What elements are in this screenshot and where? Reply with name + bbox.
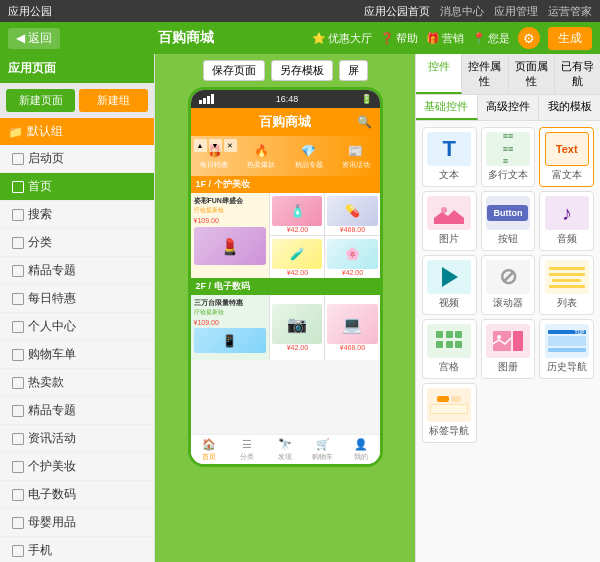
- comp-image[interactable]: 图片: [422, 191, 477, 251]
- generate-button[interactable]: 生成: [548, 27, 592, 50]
- sidebar-item-featured[interactable]: 精品专题: [0, 257, 154, 285]
- page-icon: [12, 489, 24, 501]
- nav-action-user[interactable]: 📍 您是: [472, 31, 510, 46]
- page-icon: [12, 517, 24, 529]
- nav-action-hall[interactable]: ⭐ 优惠大厅: [312, 31, 372, 46]
- save-template-button[interactable]: 另存模板: [271, 60, 333, 81]
- sidebar-item-category[interactable]: 分类: [0, 229, 154, 257]
- comp-tab-basic[interactable]: 基础控件: [416, 95, 478, 120]
- section2-product-2[interactable]: 💻 ¥468.00: [325, 295, 379, 360]
- sidebar-item-beauty[interactable]: 个护美妆: [0, 453, 154, 481]
- new-page-button[interactable]: 新建页面: [6, 89, 75, 112]
- sidebar-item-launch[interactable]: 启动页: [0, 145, 154, 173]
- tab-nav[interactable]: 已有导航: [555, 54, 600, 94]
- page-icon: [12, 349, 24, 361]
- sidebar-item-home[interactable]: 首页: [0, 173, 154, 201]
- section2-product-grid: 📷 ¥42.00 💻 ¥468.00: [270, 295, 379, 360]
- sidebar-item-premium[interactable]: 精品专题: [0, 397, 154, 425]
- section1-product-grid: 🧴 ¥42.00 💊 ¥468.00 🧪 ¥42.00 🌸: [270, 193, 379, 278]
- nav-action-help[interactable]: ❓ 帮助: [380, 31, 418, 46]
- banner-delete-button[interactable]: ✕: [224, 139, 237, 152]
- banner-tab-news[interactable]: 📰 资讯活动: [332, 138, 379, 176]
- sidebar-item-digital[interactable]: 电子数码: [0, 481, 154, 509]
- signal-bar-1: [199, 100, 202, 104]
- product-item-3[interactable]: 🧪 ¥42.00: [270, 236, 324, 278]
- product-item-1[interactable]: 🧴 ¥42.00: [270, 193, 324, 235]
- comp-grid[interactable]: 宫格: [422, 319, 477, 379]
- comp-gallery[interactable]: 图册: [481, 319, 536, 379]
- phone-battery: 🔋: [361, 94, 372, 104]
- audio-comp-label: 音频: [557, 232, 577, 246]
- banner-up-button[interactable]: ▲: [194, 139, 207, 152]
- phone-app-title: 百购商城: [259, 113, 311, 131]
- comp-tab-templates[interactable]: 我的模板: [539, 95, 600, 120]
- section2-product-1[interactable]: 📷 ¥42.00: [270, 295, 324, 360]
- tab-page-props[interactable]: 页面属性: [509, 54, 555, 94]
- comp-multiline[interactable]: ≡≡≡≡≡ 多行文本: [481, 127, 536, 187]
- sidebar-item-profile[interactable]: 个人中心: [0, 313, 154, 341]
- tab-controls[interactable]: 控件: [416, 54, 462, 94]
- button-comp-label: 按钮: [498, 232, 518, 246]
- swiper-comp-label: 滚动器: [493, 296, 523, 310]
- nav-item-apps[interactable]: 应用管理: [494, 4, 538, 19]
- grid-comp-icon: [427, 324, 471, 358]
- bottom-nav-home[interactable]: 🏠 首页: [191, 438, 229, 462]
- product-img-3: 🧪: [272, 239, 322, 269]
- home-icon: 🏠: [202, 438, 216, 451]
- comp-history[interactable]: TOP 历史导航: [539, 319, 594, 379]
- banner-tab-hot[interactable]: 🔥 热卖爆款: [238, 138, 285, 176]
- bottom-nav-cart[interactable]: 🛒 购物车: [304, 438, 342, 462]
- comp-video[interactable]: 视频: [422, 255, 477, 315]
- tag-comp-icon: [427, 388, 471, 422]
- sidebar-item-cart[interactable]: 购物车单: [0, 341, 154, 369]
- grid-comp-label: 宫格: [439, 360, 459, 374]
- left-sidebar: 应用页面 新建页面 新建组 📁 默认组 启动页 首页 搜索 分类 精品专题: [0, 54, 155, 562]
- sidebar-item-daily[interactable]: 每日特惠: [0, 285, 154, 313]
- settings-button[interactable]: ⚙: [518, 27, 540, 49]
- section1-main-product[interactable]: 姿彩FUN肆盛会 疗妆提新妆 ¥109.00 💄: [191, 193, 270, 278]
- back-button[interactable]: ◀ 返回: [8, 28, 60, 49]
- comp-list[interactable]: 列表: [539, 255, 594, 315]
- category-icon: ☰: [242, 438, 252, 451]
- nav-action-marketing[interactable]: 🎁 营销: [426, 31, 464, 46]
- sidebar-item-hot[interactable]: 热卖款: [0, 369, 154, 397]
- bottom-nav-discover[interactable]: 🔭 发现: [266, 438, 304, 462]
- comp-button[interactable]: Button 按钮: [481, 191, 536, 251]
- nav-item-ops[interactable]: 运营管家: [548, 4, 592, 19]
- nav-item-messages[interactable]: 消息中心: [440, 4, 484, 19]
- comp-tag[interactable]: 标签导航: [422, 383, 477, 443]
- save-page-button[interactable]: 保存页面: [203, 60, 265, 81]
- comp-tab-advanced[interactable]: 高级控件: [478, 95, 540, 120]
- page-icon: [12, 209, 24, 221]
- banner-tab-featured[interactable]: 💎 精品专题: [285, 138, 332, 176]
- comp-audio[interactable]: ♪ 音频: [539, 191, 594, 251]
- signal-indicator: [199, 94, 214, 104]
- signal-bar-3: [207, 96, 210, 104]
- svg-rect-2: [436, 331, 443, 338]
- sidebar-item-news[interactable]: 资讯活动: [0, 425, 154, 453]
- nav-item-home[interactable]: 应用公园首页: [364, 4, 430, 19]
- bottom-nav-profile[interactable]: 👤 我的: [342, 438, 380, 462]
- comp-swiper[interactable]: ⊘ 滚动器: [481, 255, 536, 315]
- section2-main-product[interactable]: 三万台限量特惠 疗妆提新妆 ¥109.00 📱: [191, 295, 270, 360]
- phone-search-icon[interactable]: 🔍: [357, 115, 372, 129]
- product-item-4[interactable]: 🌸 ¥42.00: [325, 236, 379, 278]
- product-item-2[interactable]: 💊 ¥468.00: [325, 193, 379, 235]
- tab-control-props[interactable]: 控件属性: [462, 54, 508, 94]
- comp-text[interactable]: T 文本: [422, 127, 477, 187]
- svg-rect-4: [455, 331, 462, 338]
- toggle-view-button[interactable]: 屏: [339, 60, 368, 81]
- page-icon: [12, 433, 24, 445]
- list-comp-icon: [545, 260, 589, 294]
- new-group-button[interactable]: 新建组: [79, 89, 148, 112]
- comp-richtext[interactable]: Text 富文本: [539, 127, 594, 187]
- banner-down-button[interactable]: ▼: [209, 139, 222, 152]
- back-arrow-icon: ◀: [16, 31, 25, 45]
- list-comp-label: 列表: [557, 296, 577, 310]
- sidebar-item-baby[interactable]: 母婴用品: [0, 509, 154, 537]
- sidebar-item-phone[interactable]: 手机: [0, 537, 154, 562]
- svg-rect-6: [446, 341, 453, 348]
- bottom-nav-category[interactable]: ☰ 分类: [228, 438, 266, 462]
- right-panel: 控件 控件属性 页面属性 已有导航 基础控件 高级控件 我的模板 T 文本 ≡≡…: [415, 54, 600, 562]
- sidebar-item-search[interactable]: 搜索: [0, 201, 154, 229]
